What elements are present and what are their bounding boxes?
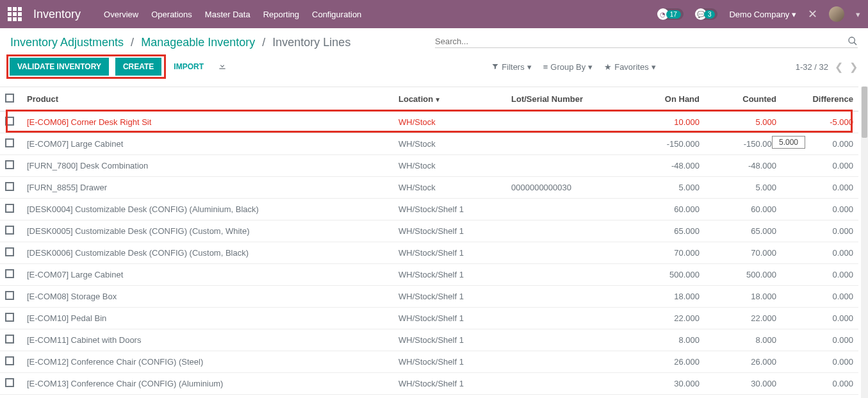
row-checkbox[interactable] — [0, 373, 22, 395]
cell-product[interactable]: [E-COM07] Large Cabinet — [22, 264, 393, 286]
cell-location[interactable]: WH/Stock — [393, 133, 506, 155]
cell-on-hand[interactable]: 70.000 — [634, 242, 705, 264]
cell-on-hand[interactable]: 45.000 — [634, 395, 705, 399]
cell-on-hand[interactable]: 26.000 — [634, 351, 705, 373]
cell-counted[interactable]: 26.000 — [705, 351, 782, 373]
cell-on-hand[interactable]: 30.000 — [634, 373, 705, 395]
cell-counted[interactable]: 8.000 — [705, 329, 782, 351]
cell-difference[interactable]: 0.000 — [782, 373, 858, 395]
search-box[interactable] — [435, 36, 858, 48]
cell-counted[interactable]: 22.000 — [705, 308, 782, 329]
cell-counted[interactable]: 60.000 — [705, 199, 782, 220]
cell-lot[interactable] — [506, 133, 634, 155]
col-difference[interactable]: Difference — [782, 87, 858, 112]
favorites-button[interactable]: ★ Favorites ▾ — [604, 62, 655, 72]
col-on-hand[interactable]: On Hand — [634, 87, 705, 112]
filters-button[interactable]: Filters ▾ — [491, 62, 531, 72]
table-row[interactable]: [E-COM08] Storage BoxWH/Stock/Shelf 118.… — [0, 286, 858, 308]
cell-lot[interactable] — [506, 264, 634, 286]
cell-counted[interactable]: 5.000 — [705, 177, 782, 199]
row-checkbox[interactable] — [0, 329, 22, 351]
cell-product[interactable]: [E-COM08] Storage Box — [22, 286, 393, 308]
row-checkbox[interactable] — [0, 264, 22, 286]
cell-lot[interactable] — [506, 199, 634, 220]
cell-lot[interactable] — [506, 395, 634, 399]
cell-difference[interactable]: 0.000 — [782, 351, 858, 373]
breadcrumb-link[interactable]: Manageable Inventory — [141, 36, 255, 49]
close-icon[interactable]: ✕ — [808, 7, 817, 21]
cell-difference[interactable]: 0.000 — [782, 242, 858, 264]
cell-product[interactable]: [DESK0006] Customizable Desk (CONFIG) (C… — [22, 242, 393, 264]
cell-difference[interactable]: 0.000 — [782, 177, 858, 199]
cell-counted[interactable]: 30.000 — [705, 373, 782, 395]
apps-icon[interactable] — [8, 7, 22, 21]
cell-location[interactable]: WH/Stock/Shelf 1 — [393, 329, 506, 351]
row-checkbox[interactable] — [0, 220, 22, 242]
cell-location[interactable]: WH/Stock/Shelf 1 — [393, 351, 506, 373]
cell-counted[interactable]: 500.000 — [705, 264, 782, 286]
cell-lot[interactable] — [506, 112, 634, 133]
cell-product[interactable]: [FURN_8855] Drawer — [22, 177, 393, 199]
table-row[interactable]: [FURN_7800] Desk CombinationWH/Stock-48.… — [0, 155, 858, 177]
row-checkbox[interactable] — [0, 112, 22, 133]
cell-product[interactable]: [FURN_7800] Desk Combination — [22, 155, 393, 177]
cell-counted[interactable]: 5.000 — [705, 112, 782, 133]
cell-difference[interactable]: 0.000 — [782, 329, 858, 351]
cell-counted[interactable]: 18.000 — [705, 286, 782, 308]
row-checkbox[interactable] — [0, 286, 22, 308]
cell-product[interactable]: [E-COM06] Corner Desk Right Sit — [22, 112, 393, 133]
validate-inventory-button[interactable]: Validate Inventory — [10, 58, 109, 76]
cell-counted[interactable]: -48.000 — [705, 155, 782, 177]
cell-counted[interactable]: 45.000 — [705, 395, 782, 399]
nav-operations[interactable]: Operations — [151, 10, 192, 19]
download-icon[interactable] — [218, 62, 227, 72]
cell-product[interactable]: [E-COM07] Large Cabinet — [22, 133, 393, 155]
cell-on-hand[interactable]: 22.000 — [634, 308, 705, 329]
cell-lot[interactable] — [506, 286, 634, 308]
import-button[interactable]: Import — [166, 58, 211, 76]
table-row[interactable]: [E-COM13] Conference Chair (CONFIG) (Alu… — [0, 373, 858, 395]
row-checkbox[interactable] — [0, 351, 22, 373]
cell-location[interactable]: WH/Stock — [393, 112, 506, 133]
cell-lot[interactable] — [506, 242, 634, 264]
cell-product[interactable]: [E-COM10] Pedal Bin — [22, 308, 393, 329]
table-row[interactable]: [E-COM06] Corner Desk Right SitWH/Stock1… — [0, 112, 858, 133]
cell-difference[interactable]: 0.000 — [782, 395, 858, 399]
scrollbar-thumb[interactable] — [862, 87, 867, 138]
cell-location[interactable]: WH/Stock — [393, 177, 506, 199]
table-row[interactable]: [E-COM11] Cabinet with DoorsWH/Stock/She… — [0, 329, 858, 351]
scrollbar[interactable] — [861, 87, 868, 398]
table-row[interactable]: [FURN_0096] Customizable Desk (CONFIG) (… — [0, 395, 858, 399]
activity-indicator[interactable]: ◔ 17 — [657, 8, 684, 20]
cell-lot[interactable] — [506, 155, 634, 177]
cell-product[interactable]: [E-COM12] Conference Chair (CONFIG) (Ste… — [22, 351, 393, 373]
cell-lot[interactable] — [506, 351, 634, 373]
cell-on-hand[interactable]: 18.000 — [634, 286, 705, 308]
cell-difference[interactable]: 0.000 — [782, 286, 858, 308]
col-location[interactable]: Location▼ — [393, 87, 506, 112]
table-row[interactable]: [E-COM07] Large CabinetWH/Stock/Shelf 15… — [0, 264, 858, 286]
nav-master-data[interactable]: Master Data — [205, 10, 250, 19]
table-row[interactable]: [DESK0004] Customizable Desk (CONFIG) (A… — [0, 199, 858, 220]
cell-difference[interactable]: 0.000 — [782, 220, 858, 242]
cell-product[interactable]: [E-COM11] Cabinet with Doors — [22, 329, 393, 351]
cell-difference[interactable]: 0.000 — [782, 199, 858, 220]
table-row[interactable]: [DESK0006] Customizable Desk (CONFIG) (C… — [0, 242, 858, 264]
cell-location[interactable]: WH/Stock/Shelf 1 — [393, 373, 506, 395]
pager-next[interactable]: ❯ — [849, 61, 858, 73]
cell-lot[interactable] — [506, 308, 634, 329]
messages-indicator[interactable]: 💬 3 — [695, 8, 718, 20]
row-checkbox[interactable] — [0, 199, 22, 220]
row-checkbox[interactable] — [0, 155, 22, 177]
row-checkbox[interactable] — [0, 242, 22, 264]
col-select-all[interactable] — [0, 87, 22, 112]
cell-on-hand[interactable]: 500.000 — [634, 264, 705, 286]
table-row[interactable]: [E-COM10] Pedal BinWH/Stock/Shelf 122.00… — [0, 308, 858, 329]
company-switcher[interactable]: Demo Company ▾ — [729, 10, 796, 19]
cell-product[interactable]: [E-COM13] Conference Chair (CONFIG) (Alu… — [22, 373, 393, 395]
table-row[interactable]: [E-COM12] Conference Chair (CONFIG) (Ste… — [0, 351, 858, 373]
cell-on-hand[interactable]: 8.000 — [634, 329, 705, 351]
col-lot[interactable]: Lot/Serial Number — [506, 87, 634, 112]
cell-difference[interactable]: -5.000 — [782, 112, 858, 133]
cell-difference[interactable]: 0.000 — [782, 264, 858, 286]
